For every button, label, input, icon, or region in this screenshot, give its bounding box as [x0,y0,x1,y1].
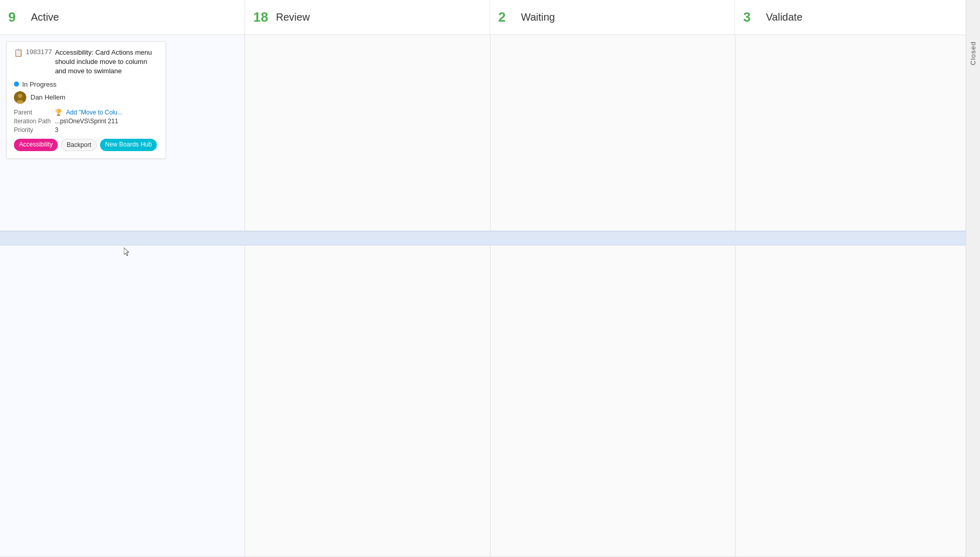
work-item-card[interactable]: 📋 1983177 Accessibility: Card Actions me… [6,41,166,159]
waiting-count: 2 [498,9,515,25]
assignee-name: Dan Hellem [30,93,66,101]
column-header-validate[interactable]: 3 Validate [735,0,980,35]
tag-accessibility[interactable]: Accessibility [14,139,58,151]
swimlane-separator [0,231,980,245]
tag-backport[interactable]: Backport [61,139,96,151]
parent-label: Parent [14,109,51,116]
card-title: Accessibility: Card Actions menu should … [55,48,158,76]
closed-sidebar: Closed [966,0,980,557]
card-id: 1983177 [26,48,52,56]
column-header-review[interactable]: 18 Review [245,0,490,35]
lane-row-lower [0,245,980,557]
tag-new-boards-hub[interactable]: New Boards Hub [100,139,157,151]
validate-lane-upper [736,35,980,231]
closed-label: Closed [969,41,977,65]
waiting-lane-upper [491,35,736,231]
board-container: 9 Active 18 Review 2 Waiting 3 Validate … [0,0,980,557]
card-tags: Accessibility Backport New Boards Hub [14,139,158,151]
column-headers: 9 Active 18 Review 2 Waiting 3 Validate … [0,0,980,35]
review-lane-lower [245,245,490,556]
card-assignee: Dan Hellem [14,91,158,104]
waiting-lane-lower [491,245,736,556]
card-header: 📋 1983177 Accessibility: Card Actions me… [14,48,158,76]
parent-link[interactable]: Add "Move to Colu... [66,109,123,116]
column-header-waiting[interactable]: 2 Waiting [490,0,735,35]
iteration-value: ...ps\OneVS\Sprint 211 [55,118,158,125]
column-header-active[interactable]: 9 Active [0,0,245,35]
validate-lane-lower [736,245,980,556]
card-meta: Parent 🏆 Add "Move to Colu... Iteration … [14,109,158,134]
status-text: In Progress [22,80,56,88]
active-count: 9 [8,9,25,25]
status-dot-icon [14,81,19,87]
board-lanes: 📋 1983177 Accessibility: Card Actions me… [0,35,980,557]
lane-row-upper: 📋 1983177 Accessibility: Card Actions me… [0,35,980,231]
priority-value: 3 [55,126,158,134]
priority-label: Priority [14,126,51,134]
validate-count: 3 [743,9,760,25]
review-lane-upper [245,35,490,231]
validate-title: Validate [766,11,803,23]
iteration-label: Iteration Path [14,118,51,125]
card-status: In Progress [14,80,158,88]
active-lane-lower [0,245,245,556]
card-type-icon: 📋 [14,48,23,57]
svg-point-1 [18,94,22,98]
avatar [14,91,26,104]
review-count: 18 [253,9,270,25]
trophy-icon: 🏆 [55,109,62,116]
parent-value[interactable]: 🏆 Add "Move to Colu... [55,109,158,116]
active-title: Active [31,11,59,23]
waiting-title: Waiting [521,11,555,23]
review-title: Review [276,11,310,23]
active-lane-upper: 📋 1983177 Accessibility: Card Actions me… [0,35,245,231]
